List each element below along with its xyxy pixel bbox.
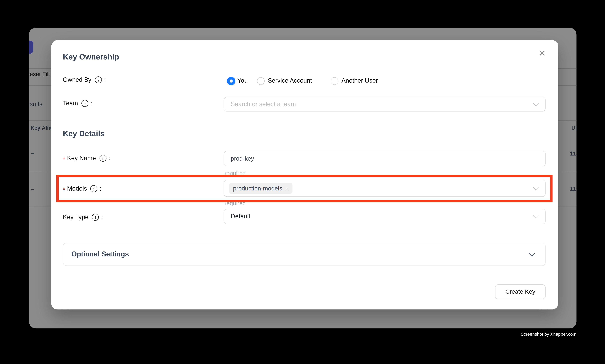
radio-another-user[interactable] [331, 77, 338, 85]
required-asterisk: * [63, 186, 65, 193]
key-type-label-text: Key Type [63, 214, 89, 221]
create-key-button[interactable]: Create Key [495, 284, 546, 299]
models-select[interactable]: production-models × [224, 180, 546, 197]
owned-by-label-text: Owned By [63, 77, 91, 83]
key-details-title: Key Details [63, 129, 104, 138]
owned-by-label: Owned By i : [63, 77, 106, 83]
screenshot-stage: eset Filt sults Key Alia Up – – 11/ 11/ … [0, 0, 605, 364]
models-label: * Models i : [63, 185, 101, 192]
chevron-down-icon [533, 100, 539, 106]
models-tag-text: production-models [233, 185, 282, 192]
radio-you-label[interactable]: You [237, 77, 248, 84]
models-validation: required [225, 200, 246, 207]
key-type-label: Key Type i : [63, 214, 103, 221]
label-colon: : [100, 185, 101, 192]
optional-settings-panel[interactable]: Optional Settings [63, 243, 545, 266]
key-name-label-text: Key Name [67, 155, 96, 162]
models-tag: production-models × [229, 183, 293, 194]
label-colon: : [109, 155, 110, 162]
watermark-text: Screenshot by Xnapper.com [521, 332, 576, 337]
team-select-placeholder: Search or select a team [231, 101, 296, 108]
info-icon[interactable]: i [95, 77, 102, 83]
key-name-label: * Key Name i : [63, 155, 110, 162]
optional-settings-title: Optional Settings [71, 250, 129, 258]
key-name-input[interactable]: prod-key [224, 151, 546, 166]
modal-title: Key Ownership [63, 52, 119, 61]
chevron-down-icon [533, 213, 539, 219]
info-icon[interactable]: i [81, 100, 88, 107]
close-icon[interactable]: ✕ [536, 47, 548, 60]
radio-another-user-label[interactable]: Another User [341, 77, 378, 84]
label-colon: : [101, 214, 103, 221]
radio-service-account[interactable] [257, 77, 265, 85]
team-label: Team i : [63, 100, 92, 107]
info-icon[interactable]: i [92, 214, 99, 221]
info-icon[interactable]: i [90, 185, 97, 192]
team-select[interactable]: Search or select a team [224, 97, 546, 112]
key-name-validation: required [225, 170, 246, 177]
info-icon[interactable]: i [99, 155, 106, 162]
radio-service-account-label[interactable]: Service Account [268, 77, 312, 84]
team-label-text: Team [63, 100, 78, 107]
key-type-select[interactable]: Default [224, 209, 546, 224]
label-colon: : [104, 77, 106, 83]
label-colon: : [91, 100, 92, 107]
chevron-down-icon [529, 250, 535, 257]
tag-remove-icon[interactable]: × [285, 185, 289, 192]
key-name-value: prod-key [231, 155, 254, 162]
required-asterisk: * [63, 156, 65, 162]
models-label-text: Models [67, 185, 87, 192]
create-key-modal: Key Ownership ✕ Owned By i : You Service… [51, 40, 558, 310]
chevron-down-icon [533, 184, 539, 190]
radio-you[interactable] [227, 77, 235, 85]
key-type-value: Default [231, 213, 250, 220]
